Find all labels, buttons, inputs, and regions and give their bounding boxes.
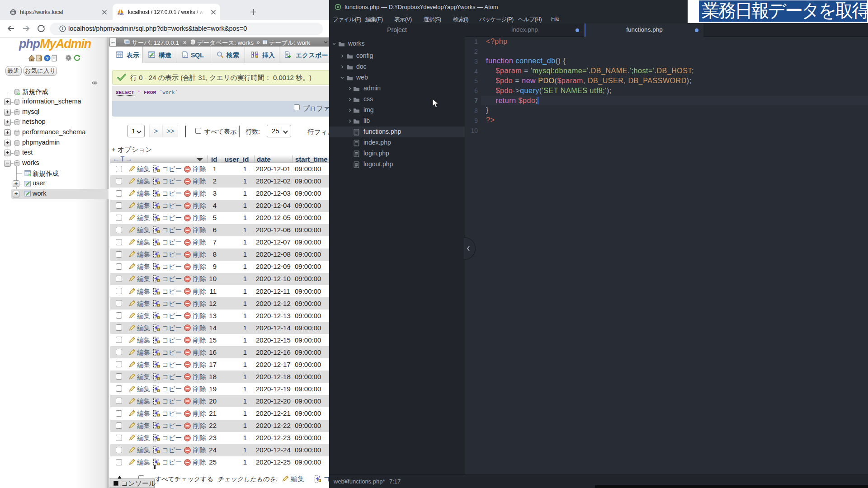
svg-text:?: ? bbox=[46, 56, 49, 61]
svg-text:PMA: PMA bbox=[118, 13, 124, 15]
